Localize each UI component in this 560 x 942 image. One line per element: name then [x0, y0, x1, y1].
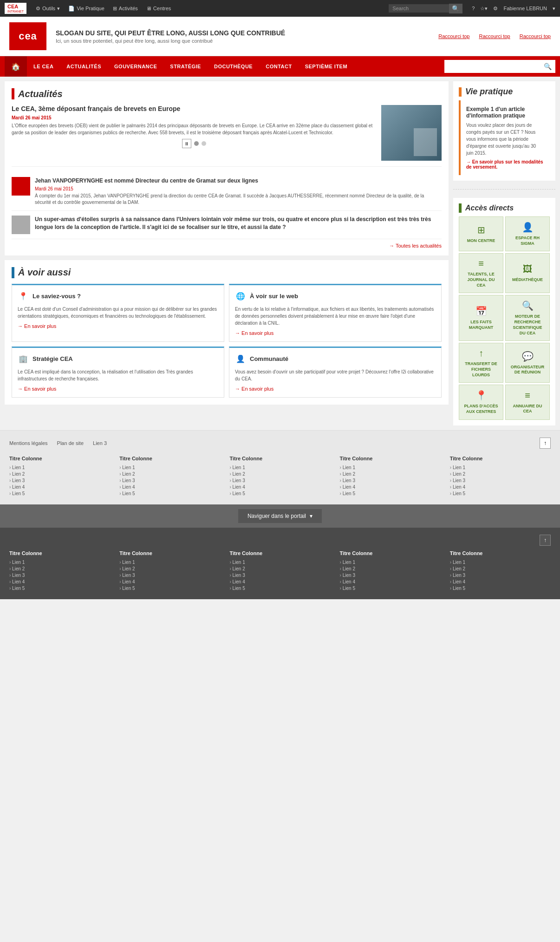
footer-bottom-col-3-link-4[interactable]: Lien 4	[229, 579, 330, 584]
footer-col-4-link-2[interactable]: Lien 2	[340, 471, 441, 477]
footer-bottom-col-2-link-5[interactable]: Lien 5	[119, 586, 220, 591]
footer-col-2-link-3[interactable]: Lien 3	[119, 478, 220, 483]
footer-bottom-col-5-link-4[interactable]: Lien 4	[450, 579, 551, 584]
settings-icon[interactable]: ⚙	[493, 6, 498, 12]
shortcut-2[interactable]: Raccourci top	[479, 33, 510, 39]
footer-col-5-link-4[interactable]: Lien 4	[450, 484, 551, 490]
footer-col-3-link-3[interactable]: Lien 3	[229, 478, 330, 483]
acces-item-faits[interactable]: 📅 LES FAITS MARQUANT	[459, 295, 503, 341]
acces-item-espace-rh[interactable]: 👤 ESPACE RH SIGMA	[505, 216, 550, 251]
footer-col-1-link-2[interactable]: Lien 2	[9, 471, 110, 477]
nav-item-le-cea[interactable]: LE CEA	[27, 56, 60, 77]
shortcut-1[interactable]: Raccourci top	[438, 33, 469, 39]
nav-item-strategie[interactable]: STRATÉGIE	[163, 56, 208, 77]
nav-portail-button[interactable]: Naviguer dans le portail ▾	[238, 509, 322, 523]
footer-col-5-link-3[interactable]: Lien 3	[450, 478, 551, 483]
nav-item-contact[interactable]: CONTACT	[259, 56, 298, 77]
footer-col-4-link-5[interactable]: Lien 5	[340, 491, 441, 496]
vie-pratique-article-link[interactable]: En savoir plus sur les modalités de vers…	[466, 159, 544, 170]
a-voir-item-4-link[interactable]: En savoir plus	[235, 386, 436, 392]
footer-bottom-col-2-link-4[interactable]: Lien 4	[119, 579, 220, 584]
footer-bottom-col-2-link-3[interactable]: Lien 3	[119, 573, 220, 578]
nav-item-docotheque[interactable]: DOCUTHÈQUE	[208, 56, 259, 77]
acces-item-mediatheque[interactable]: 🖼 MÉDIATHÈQUE	[505, 253, 550, 293]
footer-col-4-link-4[interactable]: Lien 4	[340, 484, 441, 490]
footer-col-5-link-5[interactable]: Lien 5	[450, 491, 551, 496]
footer-col-3-link-4[interactable]: Lien 4	[229, 484, 330, 490]
carousel-dot-2[interactable]	[202, 141, 206, 146]
footer-bottom-col-1-link-4[interactable]: Lien 4	[9, 579, 110, 584]
topbar-search-button[interactable]: 🔍	[449, 4, 462, 13]
footer-bottom-col-3-link-2[interactable]: Lien 2	[229, 566, 330, 571]
footer-bottom-col-1-link-3[interactable]: Lien 3	[9, 573, 110, 578]
nav-item-septieme[interactable]: SEPTIÈME ITEM	[299, 56, 354, 77]
favorites-icon[interactable]: ☆▾	[480, 6, 488, 12]
nav-item-actualites[interactable]: ACTUALITÉS	[60, 56, 108, 77]
footer-col-2-link-5[interactable]: Lien 5	[119, 491, 220, 496]
footer-bottom-col-2-link-1[interactable]: Lien 1	[119, 560, 220, 565]
acces-item-plans[interactable]: 📍 PLANS D'ACCÈS AUX CENTRES	[459, 385, 503, 419]
footer-scroll-top-button[interactable]: ↑	[540, 438, 551, 449]
footer-col-1-link-1[interactable]: Lien 1	[9, 465, 110, 470]
a-voir-item-1-link[interactable]: En savoir plus	[18, 323, 218, 329]
news-featured-title[interactable]: Le CEA, 3ème déposant français de brevet…	[12, 105, 377, 112]
acces-item-talents[interactable]: ≡ TALENTS, LE JOURNAL DU CEA	[459, 253, 503, 293]
all-news-link[interactable]: Toutes les actualités	[12, 243, 442, 249]
a-voir-item-3-link[interactable]: En savoir plus	[18, 386, 218, 392]
acces-item-organisateur[interactable]: 💬 ORGANISATEUR DE RÉUNION	[505, 343, 550, 383]
footer-bottom-col-4-link-3[interactable]: Lien 3	[340, 573, 441, 578]
footer-col-4-link-1[interactable]: Lien 1	[340, 465, 441, 470]
topbar-nav-activites[interactable]: ⊞ Activités	[113, 6, 138, 12]
topbar-nav-vie-pratique[interactable]: 📄 Vie Pratique	[68, 6, 104, 12]
footer-bottom-scroll-top-button[interactable]: ↑	[540, 535, 551, 546]
footer-bottom-col-4-link-1[interactable]: Lien 1	[340, 560, 441, 565]
footer-bottom-col-3-link-5[interactable]: Lien 5	[229, 586, 330, 591]
footer-bottom-col-4-link-4[interactable]: Lien 4	[340, 579, 441, 584]
user-menu[interactable]: Fabienne LEBRUN	[503, 6, 547, 11]
footer-col-3-link-2[interactable]: Lien 2	[229, 471, 330, 477]
topbar-nav-centres[interactable]: 🖥 Centres	[146, 6, 171, 11]
footer-bottom-col-5-link-5[interactable]: Lien 5	[450, 586, 551, 591]
footer-col-5-link-2[interactable]: Lien 2	[450, 471, 551, 477]
footer-col-5-link-1[interactable]: Lien 1	[450, 465, 551, 470]
main-nav-home-button[interactable]: 🏠	[5, 56, 27, 77]
footer-bottom-col-1-link-5[interactable]: Lien 5	[9, 586, 110, 591]
footer-bottom-col-5-link-1[interactable]: Lien 1	[450, 560, 551, 565]
footer-col-2-link-2[interactable]: Lien 2	[119, 471, 220, 477]
carousel-dot-1[interactable]	[194, 141, 199, 146]
footer-col-2-link-4[interactable]: Lien 4	[119, 484, 220, 490]
nav-item-gouvernance[interactable]: GOUVERNANCE	[108, 56, 163, 77]
footer-bottom-col-1-link-1[interactable]: Lien 1	[9, 560, 110, 565]
footer-col-3-link-1[interactable]: Lien 1	[229, 465, 330, 470]
main-nav-search-button[interactable]: 🔍	[544, 63, 552, 70]
acces-item-annuaire[interactable]: ≡ ANNUAIRE DU CEA	[505, 385, 550, 419]
a-voir-item-2-link[interactable]: En savoir plus	[235, 330, 436, 336]
shortcut-3[interactable]: Raccourci top	[520, 33, 551, 39]
acces-item-transfert[interactable]: ↑ TRANSFERT DE FICHIERS LOURDS	[459, 343, 503, 383]
footer-bottom-col-3-link-3[interactable]: Lien 3	[229, 573, 330, 578]
footer-bottom-col-1-link-2[interactable]: Lien 2	[9, 566, 110, 571]
footer-lien-3[interactable]: Lien 3	[93, 440, 107, 446]
topbar-search-input[interactable]	[389, 4, 449, 13]
footer-col-2-link-1[interactable]: Lien 1	[119, 465, 220, 470]
acces-item-moteur[interactable]: 🔍 MOTEUR DE RECHERCHE SCIENTIFIQUE DU CE…	[505, 295, 550, 341]
footer-mentions-legales[interactable]: Mentions légales	[9, 440, 48, 446]
footer-bottom-col-2-link-2[interactable]: Lien 2	[119, 566, 220, 571]
help-icon[interactable]: ?	[472, 6, 475, 11]
topbar-nav-outils[interactable]: ⚙ Outils ▾	[36, 6, 60, 12]
footer-bottom-col-4-link-5[interactable]: Lien 5	[340, 586, 441, 591]
news-item-2-title[interactable]: Un super-amas d'étoiles surpris à sa nai…	[35, 216, 442, 231]
footer-col-3-link-5[interactable]: Lien 5	[229, 491, 330, 496]
footer-bottom-col-3-link-1[interactable]: Lien 1	[229, 560, 330, 565]
footer-bottom-col-5-link-2[interactable]: Lien 2	[450, 566, 551, 571]
footer-bottom-col-5-link-3[interactable]: Lien 3	[450, 573, 551, 578]
carousel-pause-button[interactable]: ⏸	[182, 139, 191, 148]
acces-item-mon-centre[interactable]: ⊞ MON CENTRE	[459, 216, 503, 251]
footer-col-1-link-4[interactable]: Lien 4	[9, 484, 110, 490]
footer-col-1-link-3[interactable]: Lien 3	[9, 478, 110, 483]
footer-plan-site[interactable]: Plan de site	[57, 440, 84, 446]
footer-col-4-link-3[interactable]: Lien 3	[340, 478, 441, 483]
footer-bottom-col-4-link-2[interactable]: Lien 2	[340, 566, 441, 571]
news-item-1-title[interactable]: Jehan VANPOPERYNGHE est nommé Directeur …	[35, 177, 442, 185]
footer-col-1-link-5[interactable]: Lien 5	[9, 491, 110, 496]
